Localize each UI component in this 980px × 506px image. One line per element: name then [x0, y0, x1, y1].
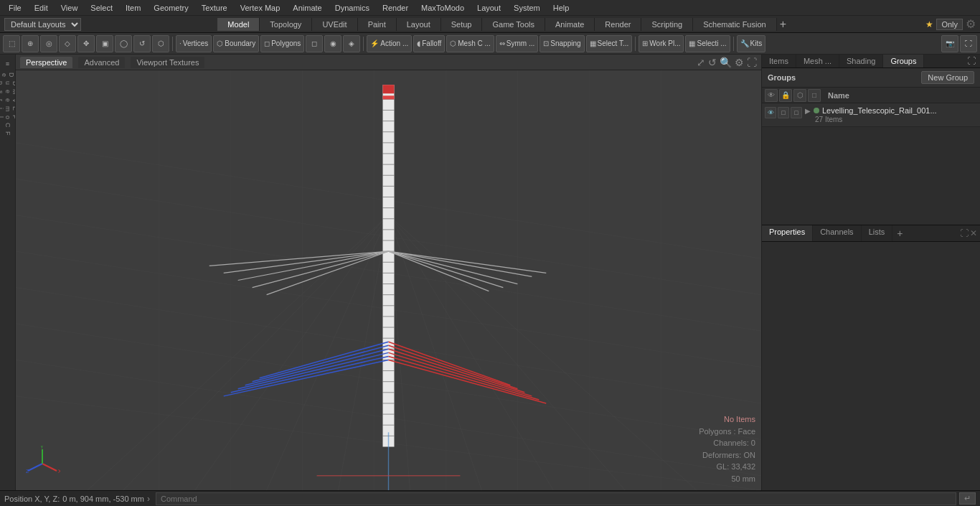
- symm-label: Symm ...: [507, 39, 534, 47]
- menu-view[interactable]: View: [55, 2, 84, 14]
- menu-render[interactable]: Render: [377, 2, 414, 14]
- layout-dropdown[interactable]: Default Layouts: [4, 18, 81, 31]
- viewport-canvas[interactable]: No Items Polygons : Face Channels: 0 Def…: [16, 70, 761, 490]
- position-value: 0 m, 904 mm, -530 mm: [62, 495, 144, 503]
- snapping-button[interactable]: ⊡ Snapping: [540, 35, 584, 52]
- props-tab-lists[interactable]: Lists: [862, 225, 893, 241]
- menu-layout[interactable]: Layout: [471, 2, 507, 14]
- vertices-button[interactable]: · Vertices: [176, 35, 212, 52]
- circle-button[interactable]: ◎: [40, 35, 57, 52]
- transform-button[interactable]: ✥: [77, 35, 95, 52]
- polygons-button[interactable]: ◻ Polygons: [260, 35, 304, 52]
- groups-box-btn[interactable]: ⬡: [793, 89, 806, 102]
- rotate-button[interactable]: ↺: [133, 35, 151, 52]
- add-layout-tab-button[interactable]: +: [777, 18, 789, 31]
- toggle1-button[interactable]: ◉: [324, 35, 341, 52]
- sidebar-label-de[interactable]: De: [1, 71, 15, 79]
- view-controls-button[interactable]: 📷: [941, 35, 958, 52]
- lasso-button[interactable]: ◇: [59, 35, 76, 52]
- mesh-c-button[interactable]: ⬡ Mesh C ...: [446, 35, 494, 52]
- toggle2-button[interactable]: ◈: [343, 35, 360, 52]
- props-expand-icon[interactable]: ⛶: [960, 228, 969, 238]
- viewport-zoom-icon[interactable]: 🔍: [720, 57, 732, 68]
- group-item-name[interactable]: ▶ Levelling_Telescopic_Rail_001...: [805, 106, 977, 115]
- menu-vertex-map[interactable]: Vertex Map: [235, 2, 286, 14]
- props-tab-properties[interactable]: Properties: [762, 225, 813, 241]
- layout-tab-scripting[interactable]: Scripting: [641, 18, 693, 31]
- sidebar-label-f[interactable]: F: [4, 130, 11, 137]
- viewport-expand-icon[interactable]: ⛶: [747, 57, 757, 68]
- menu-system[interactable]: System: [508, 2, 546, 14]
- group-lock-icon[interactable]: □: [778, 107, 789, 118]
- only-button[interactable]: Only: [936, 19, 963, 30]
- command-input[interactable]: [156, 492, 956, 505]
- layout-tab-topology[interactable]: Topology: [260, 18, 312, 31]
- sidebar-item-1[interactable]: ≡: [1, 57, 14, 70]
- menu-file[interactable]: File: [3, 2, 27, 14]
- viewport-settings-icon[interactable]: ⚙: [735, 57, 744, 68]
- channels-stat: Channels: 0: [699, 437, 755, 449]
- menu-animate[interactable]: Animate: [287, 2, 327, 14]
- menu-dynamics[interactable]: Dynamics: [329, 2, 375, 14]
- rpanel-tab-items[interactable]: Items: [762, 55, 796, 67]
- groups-check-btn[interactable]: □: [808, 89, 821, 102]
- layout-tab-schematic[interactable]: Schematic Fusion: [693, 18, 776, 31]
- layout-tab-uvedit[interactable]: UVEdit: [312, 18, 357, 31]
- group-box-icon[interactable]: □: [791, 107, 802, 118]
- rpanel-tab-mesh[interactable]: Mesh ...: [796, 55, 839, 67]
- sidebar-label-ver[interactable]: Ver: [0, 97, 16, 104]
- layout-tab-animate[interactable]: Animate: [545, 18, 595, 31]
- falloff-button[interactable]: ◖ Falloff: [413, 35, 445, 52]
- menu-select[interactable]: Select: [85, 2, 118, 14]
- layout-tab-setup[interactable]: Setup: [441, 18, 483, 31]
- maximize-viewport-button[interactable]: ⛶: [960, 35, 977, 52]
- layout-tab-render[interactable]: Render: [595, 18, 641, 31]
- sidebar-label-pol[interactable]: Pol: [0, 113, 16, 121]
- layout-tab-layout[interactable]: Layout: [397, 18, 441, 31]
- sphere-button[interactable]: ◯: [115, 35, 132, 52]
- origin-button[interactable]: ⊕: [22, 35, 39, 52]
- group-eye-icon[interactable]: 👁: [765, 107, 776, 118]
- sidebar-label-dup[interactable]: Dup: [0, 80, 16, 88]
- props-add-button[interactable]: +: [892, 225, 907, 241]
- work-pl-button[interactable]: ⊞ Work Pl...: [639, 35, 684, 52]
- symm-button[interactable]: ⇔ Symm ...: [496, 35, 538, 52]
- sidebar-label-mes[interactable]: Mes: [0, 88, 16, 96]
- vp-tab-textures[interactable]: Viewport Textures: [131, 57, 204, 68]
- poly2-button[interactable]: ◻: [306, 35, 323, 52]
- groups-lock-btn[interactable]: 🔒: [779, 89, 792, 102]
- layout-tab-paint[interactable]: Paint: [358, 18, 397, 31]
- settings-icon[interactable]: ⚙: [966, 17, 976, 31]
- action-button[interactable]: ⚡ Action ...: [367, 35, 412, 52]
- rpanel-expand-icon[interactable]: ⛶: [966, 55, 977, 67]
- new-group-button[interactable]: New Group: [921, 71, 974, 84]
- layout-tab-model[interactable]: Model: [217, 18, 260, 31]
- viewport-refresh-icon[interactable]: ↺: [708, 57, 717, 68]
- menu-maxtomodo[interactable]: MaxToModo: [415, 2, 470, 14]
- boundary-button[interactable]: ⬡ Boundary: [213, 35, 259, 52]
- kits-button[interactable]: 🔧 Kits: [737, 35, 766, 52]
- props-close-icon[interactable]: ✕: [970, 228, 977, 238]
- layout-tab-gametools[interactable]: Game Tools: [482, 18, 545, 31]
- vp-tab-advanced[interactable]: Advanced: [78, 57, 125, 68]
- menu-edit[interactable]: Edit: [29, 2, 54, 14]
- sidebar-label-em[interactable]: Emi: [0, 105, 16, 113]
- menu-item[interactable]: Item: [120, 2, 146, 14]
- box-button[interactable]: ▣: [96, 35, 113, 52]
- menu-texture[interactable]: Texture: [196, 2, 233, 14]
- select-t-button[interactable]: ▦ Select T...: [586, 35, 633, 52]
- hex-button[interactable]: ⬡: [152, 35, 169, 52]
- sidebar-label-c[interactable]: C: [4, 121, 11, 129]
- rpanel-tab-groups[interactable]: Groups: [883, 55, 924, 67]
- select-tool-button[interactable]: ⬚: [3, 35, 20, 52]
- selecti-button[interactable]: ▦ Selecti ...: [685, 35, 730, 52]
- props-tab-channels[interactable]: Channels: [813, 225, 861, 241]
- rpanel-tab-shading[interactable]: Shading: [839, 55, 883, 67]
- menu-help[interactable]: Help: [547, 2, 575, 14]
- viewport-fullscreen-icon[interactable]: ⤢: [697, 57, 705, 68]
- menu-geometry[interactable]: Geometry: [148, 2, 194, 14]
- groups-eye-btn[interactable]: 👁: [765, 89, 778, 102]
- viewport[interactable]: Perspective Advanced Viewport Textures ⤢…: [16, 55, 761, 490]
- vp-tab-perspective[interactable]: Perspective: [20, 57, 72, 68]
- command-enter-button[interactable]: ↵: [959, 492, 976, 505]
